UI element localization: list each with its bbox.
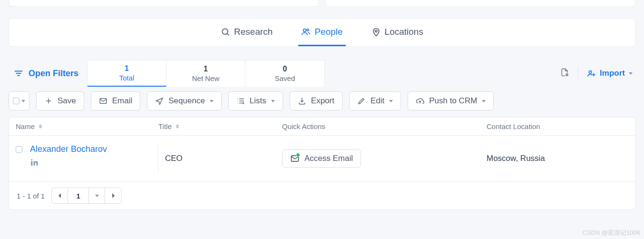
tab-people-label: People [314, 27, 342, 37]
plus-icon [44, 97, 53, 105]
status-dot-icon [296, 153, 300, 157]
cloud-upload-icon [416, 97, 424, 105]
export-button[interactable]: Export [290, 91, 342, 110]
tab-locations-label: Locations [385, 27, 423, 37]
table-row: Alexander Bocharov CEO Access Email Mosc… [9, 136, 635, 182]
svg-point-0 [222, 29, 228, 34]
lists-button[interactable]: Lists [228, 91, 283, 110]
th-name[interactable]: Name [16, 122, 158, 130]
th-loc-label: Contact Location [487, 122, 540, 130]
pager-next-button[interactable] [105, 188, 121, 203]
push-crm-button[interactable]: Push to CRM [408, 91, 494, 110]
th-quick-actions: Quick Actions [277, 122, 487, 130]
email-button[interactable]: Email [91, 91, 141, 110]
pager-page-number[interactable]: 1 [68, 188, 89, 203]
top-panel-left [9, 0, 319, 7]
send-icon [155, 97, 164, 105]
results-table: Name Title Quick Actions Contact Locatio… [9, 117, 635, 210]
th-name-label: Name [16, 122, 35, 130]
access-email-label: Access Email [304, 154, 353, 163]
contact-location: Moscow, Russia [487, 154, 628, 163]
stat-total-count: 1 [125, 64, 129, 73]
svg-line-1 [227, 33, 229, 35]
access-email-button[interactable]: Access Email [282, 149, 361, 168]
stat-tabs: 1 Total 1 Net New 0 Saved [87, 60, 325, 87]
svg-point-24 [31, 159, 32, 160]
chevron-left-icon [58, 193, 62, 199]
lists-label: Lists [250, 96, 266, 106]
th-qa-label: Quick Actions [282, 122, 325, 130]
row-checkbox[interactable] [16, 146, 22, 153]
chevron-down-icon [629, 72, 633, 75]
divider [578, 67, 578, 80]
stat-netnew-label: Net New [192, 74, 220, 82]
import-button[interactable]: Import [587, 69, 633, 78]
pager-prev-button[interactable] [52, 188, 68, 203]
edit-button[interactable]: Edit [349, 91, 401, 110]
people-icon [301, 27, 311, 37]
stat-tab-saved[interactable]: 0 Saved [245, 60, 324, 87]
pencil-icon [357, 97, 366, 105]
chevron-down-icon [389, 100, 393, 102]
chevron-down-icon [210, 100, 214, 102]
contact-name-link[interactable]: Alexander Bocharov [30, 144, 107, 154]
contact-title: CEO [158, 154, 277, 163]
save-button[interactable]: Save [36, 91, 84, 110]
filter-icon [13, 68, 24, 79]
select-all-checkbox[interactable] [9, 91, 29, 110]
sequence-button[interactable]: Sequence [147, 91, 222, 110]
person-plus-icon [587, 69, 596, 78]
list-plus-icon [236, 97, 245, 105]
svg-point-3 [307, 29, 309, 30]
th-title[interactable]: Title [158, 122, 277, 130]
action-row: Save Email Sequence Lists Export Edit Pu… [9, 91, 635, 110]
search-icon [221, 27, 230, 37]
mail-icon [99, 97, 107, 105]
import-label: Import [600, 69, 625, 78]
stat-total-label: Total [119, 74, 135, 82]
chevron-down-icon [482, 100, 486, 102]
document-settings-icon[interactable] [560, 67, 569, 80]
filter-bar: Open Filters 1 Total 1 Net New 0 Saved I… [9, 60, 635, 87]
pager-summary: 1 - 1 of 1 [17, 192, 45, 200]
export-label: Export [311, 96, 334, 106]
linkedin-icon[interactable] [30, 158, 107, 169]
stat-tab-total[interactable]: 1 Total [88, 60, 166, 87]
top-panel-right [325, 0, 635, 7]
chevron-down-icon [21, 100, 25, 102]
th-location: Contact Location [487, 122, 628, 130]
open-filters-button[interactable]: Open Filters [9, 60, 87, 87]
tab-research[interactable]: Research [218, 19, 275, 46]
stat-netnew-count: 1 [204, 65, 208, 73]
stat-saved-label: Saved [275, 74, 295, 82]
svg-point-8 [566, 74, 568, 76]
push-crm-label: Push to CRM [429, 96, 477, 106]
svg-rect-23 [31, 161, 32, 166]
sort-icon [39, 124, 42, 129]
svg-point-9 [589, 70, 592, 73]
open-filters-label: Open Filters [29, 69, 78, 79]
svg-point-2 [303, 29, 306, 31]
download-icon [298, 97, 306, 105]
sort-icon [176, 124, 179, 129]
tab-locations[interactable]: Locations [369, 19, 426, 46]
edit-label: Edit [371, 96, 384, 106]
tab-research-label: Research [234, 27, 273, 37]
main-tabs-card: Research People Locations [9, 18, 635, 47]
table-header: Name Title Quick Actions Contact Locatio… [9, 118, 635, 136]
th-title-label: Title [158, 122, 172, 130]
sequence-label: Sequence [168, 96, 205, 106]
location-icon [371, 27, 381, 37]
chevron-down-icon [271, 100, 275, 102]
pagination: 1 - 1 of 1 1 [9, 182, 635, 209]
svg-point-4 [375, 30, 377, 32]
chevron-right-icon [111, 193, 116, 199]
save-label: Save [58, 96, 76, 106]
tab-people[interactable]: People [298, 19, 345, 46]
pager-page-dropdown[interactable] [89, 188, 105, 203]
chevron-down-icon [95, 195, 99, 197]
stat-saved-count: 0 [283, 65, 287, 73]
checkbox-icon [13, 98, 20, 104]
stat-tab-netnew[interactable]: 1 Net New [166, 60, 245, 87]
email-label: Email [112, 96, 133, 106]
